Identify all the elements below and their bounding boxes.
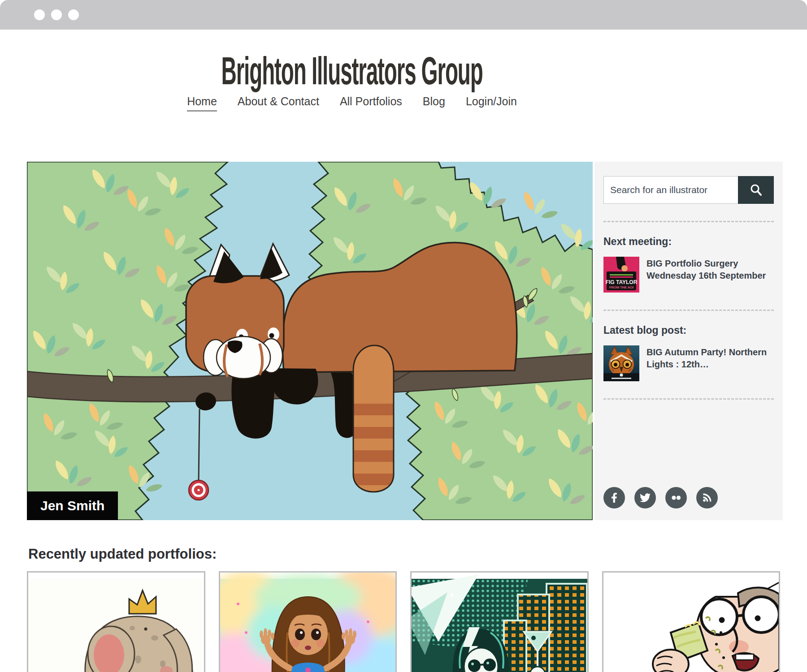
- nav-login-join[interactable]: Login/Join: [466, 95, 517, 112]
- yo-yo: [189, 480, 208, 500]
- nav-about-contact[interactable]: About & Contact: [238, 95, 319, 112]
- svg-text:FIG TAYLOR: FIG TAYLOR: [606, 279, 638, 285]
- portfolio-thumbnails: [27, 571, 780, 672]
- site-header: Brighton Illustrators Group Home About &…: [27, 50, 677, 112]
- sidebar: Next meeting: FIG TAYLOR FROM THE AOI BI…: [594, 162, 783, 520]
- meeting-thumbnail: FIG TAYLOR FROM THE AOI: [603, 257, 639, 293]
- facebook-link[interactable]: [603, 487, 625, 508]
- window-dot[interactable]: [68, 9, 79, 20]
- portfolio-thumb-eater[interactable]: [602, 571, 781, 672]
- divider: [603, 221, 774, 222]
- page-title: Brighton Illustrators Group: [27, 50, 677, 91]
- search-input[interactable]: [603, 176, 738, 204]
- portfolio-thumb-city[interactable]: [410, 571, 589, 672]
- hero-credit[interactable]: Jen Smith: [27, 491, 118, 520]
- rss-icon: [702, 492, 712, 503]
- window-dot[interactable]: [34, 9, 45, 20]
- illustrator-search: [603, 176, 774, 204]
- search-button[interactable]: [738, 176, 774, 204]
- flickr-link[interactable]: [665, 487, 687, 508]
- divider: [603, 310, 774, 311]
- nav-home[interactable]: Home: [187, 95, 217, 112]
- svg-text:FROM THE AOI: FROM THE AOI: [609, 285, 633, 289]
- nav-blog[interactable]: Blog: [423, 95, 445, 112]
- rss-link[interactable]: [696, 487, 718, 508]
- divider: [603, 398, 774, 400]
- nav-all-portfolios[interactable]: All Portfolios: [340, 95, 402, 112]
- main-nav: Home About & Contact All Portfolios Blog…: [27, 95, 677, 112]
- social-links: [603, 487, 774, 508]
- window-dot[interactable]: [51, 9, 62, 20]
- next-meeting-item[interactable]: FIG TAYLOR FROM THE AOI BIG Portfolio Su…: [603, 257, 774, 293]
- hero-illustration: Jen Smith: [27, 162, 593, 520]
- search-icon: [749, 183, 763, 197]
- meeting-title: BIG Portfolio Surgery Wednesday 16th Sep…: [646, 257, 774, 293]
- portfolio-thumb-elephant[interactable]: [27, 571, 205, 672]
- portfolio-thumb-girl[interactable]: [219, 571, 397, 672]
- latest-blog-item[interactable]: BIG Autumn Party! Northern Lights : 12th…: [603, 345, 774, 381]
- twitter-icon: [640, 492, 651, 503]
- blog-title: BIG Autumn Party! Northern Lights : 12th…: [646, 345, 774, 381]
- latest-blog-heading: Latest blog post:: [603, 324, 774, 336]
- browser-titlebar: [0, 0, 807, 30]
- red-panda-illustration: [27, 162, 593, 520]
- portfolios-heading: Recently updated portfolios:: [28, 546, 807, 562]
- twitter-link[interactable]: [634, 487, 656, 508]
- next-meeting-heading: Next meeting:: [603, 236, 774, 248]
- blog-thumbnail-owl: [603, 345, 639, 381]
- facebook-icon: [609, 493, 619, 503]
- flickr-icon: [670, 492, 682, 504]
